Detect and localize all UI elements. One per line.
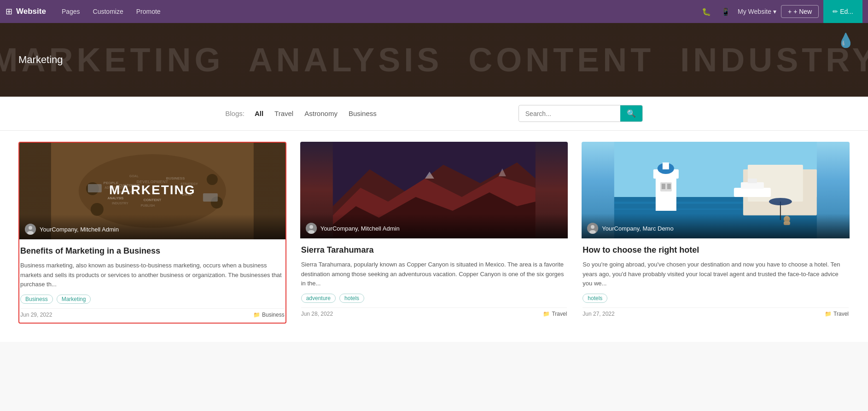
svg-point-33 (308, 230, 315, 234)
svg-text:PUBLISH: PUBLISH (140, 204, 155, 207)
svg-point-51 (769, 198, 792, 205)
card-2-body: Sierra Tarahumara Sierra Tarahumara, pop… (300, 238, 568, 322)
search-container: 🔍 (518, 105, 643, 122)
card-1-tag-business[interactable]: Business (20, 295, 53, 304)
svg-point-55 (591, 225, 594, 229)
card-1-tag-marketing[interactable]: Marketing (57, 295, 91, 304)
filter-tag-astronomy[interactable]: Astronomy (301, 108, 341, 119)
grid-icon[interactable]: ⊞ (6, 6, 12, 17)
card-3-tags: hotels (583, 294, 849, 303)
website-label: My Website (738, 8, 771, 15)
svg-text:ANALYSIS: ANALYSIS (107, 197, 123, 200)
card-3-avatar (587, 223, 598, 234)
svg-rect-48 (741, 182, 764, 189)
blog-card-3[interactable]: YourCompany, Marc Demo How to choose the… (582, 142, 850, 324)
mobile-icon[interactable]: 📱 (718, 6, 733, 18)
card-1-avatar (25, 224, 36, 235)
svg-rect-21 (203, 193, 218, 202)
card-3-excerpt: So you're going abroad, you've chosen yo… (583, 260, 849, 288)
filter-tag-business[interactable]: Business (345, 108, 380, 119)
filter-tag-travel[interactable]: Travel (271, 108, 297, 119)
card-1-footer: Jun 29, 2022 📁 Business (20, 308, 285, 318)
svg-text:INDUSTRY: INDUSTRY (112, 202, 128, 205)
card-1-image: DEVELOPMENT GOAL PEOPLE ADVERTISING CREA… (19, 143, 285, 239)
hero-title: Marketing (18, 54, 63, 66)
card-3-category: 📁 Travel (825, 311, 849, 317)
card-2-date: Jun 28, 2022 (301, 311, 333, 317)
filter-tags: All Travel Astronomy Business (251, 108, 380, 119)
card-3-body: How to choose the right hotel So you're … (582, 238, 850, 322)
card-1-excerpt: Business marketing, also known as busine… (20, 261, 285, 289)
edit-label: Ed... (840, 8, 853, 15)
my-website-button[interactable]: My Website ▾ (738, 8, 776, 15)
card-2-author-bar: YourCompany, Mitchell Admin (300, 214, 568, 238)
chevron-down-icon: ▾ (773, 8, 776, 15)
svg-rect-40 (656, 174, 676, 211)
svg-point-56 (589, 230, 596, 234)
nav-promote[interactable]: Promote (131, 5, 166, 18)
nav-pages[interactable]: Pages (56, 5, 86, 18)
hero-banner: MARKETING ANALYSIS CONTENT INDUSTRY Mark… (0, 23, 868, 97)
avatar-1-svg (25, 224, 36, 235)
card-1-body: Benefits of Marketing in a Business Busi… (19, 239, 285, 323)
filter-tag-all[interactable]: All (251, 108, 267, 119)
card-1-tags: Business Marketing (20, 295, 285, 304)
card-2-category: 📁 Travel (543, 311, 567, 317)
card-3-author-bar: YourCompany, Marc Demo (582, 214, 850, 238)
card-2-title: Sierra Tarahumara (301, 245, 567, 255)
folder-icon-3: 📁 (825, 311, 832, 317)
search-button[interactable]: 🔍 (620, 105, 642, 122)
hero-bg-text: MARKETING ANALYSIS CONTENT INDUSTRY (0, 23, 868, 97)
card-2-cat-label: Travel (552, 311, 567, 317)
card-3-tag-hotels[interactable]: hotels (583, 294, 607, 303)
top-navigation: ⊞ Website Pages Customize Promote 🐛 📱 My… (0, 0, 868, 23)
card-1-title: Benefits of Marketing in a Business (20, 246, 285, 256)
card-2-tag-adventure[interactable]: adventure (301, 294, 336, 303)
topnav-right: 🐛 📱 My Website ▾ + + New ✏ Ed... (699, 0, 862, 23)
card-2-avatar (306, 223, 317, 234)
new-label: + New (793, 8, 812, 15)
card-2-tags: adventure hotels (301, 294, 567, 303)
search-input[interactable] (519, 106, 620, 121)
svg-rect-43 (663, 162, 669, 169)
blogs-label: Blogs: (225, 110, 245, 117)
svg-text:GOAL: GOAL (129, 174, 139, 178)
folder-icon-1: 📁 (253, 312, 260, 318)
card-3-date: Jun 27, 2022 (583, 311, 614, 317)
svg-point-32 (309, 225, 313, 229)
avatar-2-svg (306, 223, 317, 234)
svg-text:CONTENT: CONTENT (143, 198, 161, 202)
svg-rect-49 (748, 179, 757, 183)
card-2-excerpt: Sierra Tarahumara, popularly known as Co… (301, 260, 567, 288)
brand-label[interactable]: Website (16, 7, 46, 16)
avatar-3-svg (587, 223, 598, 234)
plus-icon: + (788, 8, 792, 15)
filter-bar: Blogs: All Travel Astronomy Business 🔍 (0, 97, 868, 131)
card-3-image: YourCompany, Marc Demo (582, 142, 850, 238)
svg-point-19 (91, 203, 104, 216)
card-1-author: YourCompany, Mitchell Admin (40, 226, 119, 233)
card-3-author: YourCompany, Marc Demo (602, 225, 673, 232)
edit-button[interactable]: ✏ Ed... (823, 0, 862, 23)
svg-point-23 (29, 226, 32, 230)
nav-customize[interactable]: Customize (87, 5, 129, 18)
svg-text:DATA: DATA (182, 192, 192, 197)
content-area: DEVELOPMENT GOAL PEOPLE ADVERTISING CREA… (0, 131, 868, 342)
svg-text:BUSINESS: BUSINESS (166, 176, 185, 180)
card-2-author: YourCompany, Mitchell Admin (320, 225, 400, 232)
svg-point-24 (27, 231, 34, 235)
blog-card-2[interactable]: YourCompany, Mitchell Admin Sierra Tarah… (300, 142, 568, 324)
svg-point-17 (207, 174, 218, 185)
svg-rect-46 (667, 184, 671, 189)
svg-rect-20 (88, 184, 102, 192)
card-2-tag-hotels[interactable]: hotels (339, 294, 364, 303)
pencil-icon: ✏ (833, 8, 838, 15)
blog-card-1[interactable]: DEVELOPMENT GOAL PEOPLE ADVERTISING CREA… (18, 142, 286, 324)
card-2-footer: Jun 28, 2022 📁 Travel (301, 307, 567, 317)
card-1-author-bar: YourCompany, Mitchell Admin (19, 214, 285, 239)
folder-icon-2: 📁 (543, 311, 550, 317)
card-3-cat-label: Travel (833, 311, 849, 317)
new-button[interactable]: + + New (781, 5, 819, 18)
bug-icon[interactable]: 🐛 (699, 6, 714, 18)
card-1-cat-label: Business (262, 312, 285, 318)
